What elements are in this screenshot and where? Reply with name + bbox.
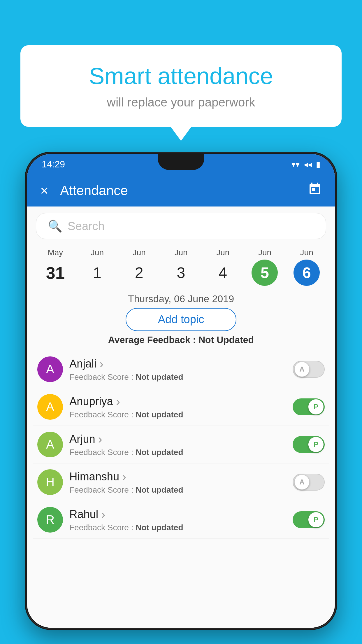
toggle-knob-4: P xyxy=(308,512,324,527)
app-content: 🔍 Search May31Jun1Jun2Jun3Jun4Jun5Jun6 T… xyxy=(27,206,335,628)
status-time: 14:29 xyxy=(42,159,65,170)
student-feedback-4: Feedback Score : Not updated xyxy=(69,523,286,532)
phone-notch xyxy=(158,154,204,170)
student-item-2[interactable]: AArjunFeedback Score : Not updatedP xyxy=(33,426,329,463)
toggle-knob-2: P xyxy=(308,437,324,452)
cal-month-5: Jun xyxy=(258,248,271,257)
student-avatar-3: H xyxy=(37,469,63,495)
cal-date-3[interactable]: 3 xyxy=(168,260,194,286)
student-feedback-0: Feedback Score : Not updated xyxy=(69,372,286,382)
student-avatar-2: A xyxy=(37,432,63,457)
cal-date-4[interactable]: 4 xyxy=(210,260,236,286)
cal-date-2[interactable]: 2 xyxy=(126,260,152,286)
student-info-4: RahulFeedback Score : Not updated xyxy=(69,508,286,532)
student-feedback-3: Feedback Score : Not updated xyxy=(69,485,286,495)
cal-month-0: May xyxy=(48,248,63,257)
cal-date-5[interactable]: 5 xyxy=(252,260,278,286)
search-bar[interactable]: 🔍 Search xyxy=(36,213,326,239)
student-item-1[interactable]: AAnupriyaFeedback Score : Not updatedP xyxy=(33,388,329,426)
bubble-title: Smart attendance xyxy=(41,63,321,90)
student-info-2: ArjunFeedback Score : Not updated xyxy=(69,432,286,457)
app-header: × Attendance xyxy=(27,174,335,206)
avg-feedback: Average Feedback : Not Updated xyxy=(27,335,335,345)
close-button[interactable]: × xyxy=(40,183,48,199)
cal-date-0[interactable]: 31 xyxy=(42,260,68,286)
student-name-3: Himanshu xyxy=(69,470,286,484)
cal-month-1: Jun xyxy=(91,248,104,257)
cal-month-2: Jun xyxy=(133,248,146,257)
search-placeholder: Search xyxy=(68,220,105,233)
phone-screen: 14:29 ▾▾ ◂◂ ▮ × Attendance xyxy=(27,154,335,628)
calendar-day-0[interactable]: May31 xyxy=(34,248,76,286)
calendar-day-4[interactable]: Jun4 xyxy=(202,248,244,286)
student-item-4[interactable]: RRahulFeedback Score : Not updatedP xyxy=(33,501,329,539)
student-item-0[interactable]: AAnjaliFeedback Score : Not updatedA xyxy=(33,351,329,388)
student-item-3[interactable]: HHimanshuFeedback Score : Not updatedA xyxy=(33,463,329,501)
calendar-icon[interactable] xyxy=(308,182,322,199)
student-name-0: Anjali xyxy=(69,357,286,371)
calendar-day-5[interactable]: Jun5 xyxy=(244,248,286,286)
student-avatar-1: A xyxy=(37,394,63,420)
student-toggle-3[interactable]: A xyxy=(293,474,325,491)
student-feedback-2: Feedback Score : Not updated xyxy=(69,448,286,457)
calendar-day-2[interactable]: Jun2 xyxy=(118,248,160,286)
calendar-strip: May31Jun1Jun2Jun3Jun4Jun5Jun6 xyxy=(27,244,335,289)
student-toggle-0[interactable]: A xyxy=(293,361,325,378)
student-name-2: Arjun xyxy=(69,432,286,446)
phone-container: 14:29 ▾▾ ◂◂ ▮ × Attendance xyxy=(25,152,337,644)
signal-icon: ◂◂ xyxy=(304,160,312,169)
student-toggle-4[interactable]: P xyxy=(293,511,325,528)
status-icons: ▾▾ ◂◂ ▮ xyxy=(291,160,320,169)
date-label: Thursday, 06 June 2019 xyxy=(27,293,335,304)
student-name-4: Rahul xyxy=(69,508,286,522)
cal-month-4: Jun xyxy=(216,248,229,257)
phone-frame: 14:29 ▾▾ ◂◂ ▮ × Attendance xyxy=(25,152,337,630)
student-toggle-1[interactable]: P xyxy=(293,398,325,415)
student-avatar-4: R xyxy=(37,507,63,533)
speech-bubble: Smart attendance will replace your paper… xyxy=(20,45,342,127)
calendar-day-3[interactable]: Jun3 xyxy=(160,248,202,286)
speech-bubble-container: Smart attendance will replace your paper… xyxy=(20,45,342,127)
avg-feedback-label: Average Feedback : xyxy=(108,335,196,345)
student-info-0: AnjaliFeedback Score : Not updated xyxy=(69,357,286,382)
wifi-icon: ▾▾ xyxy=(291,160,300,169)
student-list: AAnjaliFeedback Score : Not updatedAAAnu… xyxy=(27,351,335,539)
student-info-3: HimanshuFeedback Score : Not updated xyxy=(69,470,286,495)
toggle-knob-1: P xyxy=(308,399,324,414)
student-avatar-0: A xyxy=(37,356,63,382)
header-title: Attendance xyxy=(60,183,308,198)
student-info-1: AnupriyaFeedback Score : Not updated xyxy=(69,395,286,419)
student-toggle-2[interactable]: P xyxy=(293,436,325,453)
cal-month-3: Jun xyxy=(174,248,187,257)
calendar-day-6[interactable]: Jun6 xyxy=(286,248,328,286)
cal-date-1[interactable]: 1 xyxy=(84,260,110,286)
calendar-day-1[interactable]: Jun1 xyxy=(76,248,118,286)
student-name-1: Anupriya xyxy=(69,395,286,409)
avg-feedback-value: Not Updated xyxy=(198,335,254,345)
bubble-subtitle: will replace your paperwork xyxy=(41,95,321,109)
battery-icon: ▮ xyxy=(316,160,320,169)
cal-date-6[interactable]: 6 xyxy=(294,260,320,286)
cal-month-6: Jun xyxy=(300,248,313,257)
student-feedback-1: Feedback Score : Not updated xyxy=(69,410,286,419)
toggle-knob-3: A xyxy=(294,475,310,490)
add-topic-button[interactable]: Add topic xyxy=(126,308,236,331)
toggle-knob-0: A xyxy=(294,362,310,377)
search-icon: 🔍 xyxy=(48,219,62,233)
